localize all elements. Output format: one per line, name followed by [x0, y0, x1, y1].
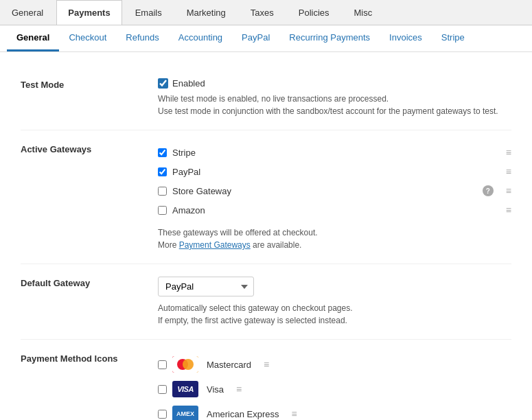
gateway-paypal-handle[interactable]: ≡ [506, 166, 511, 177]
gateways-desc-text1: These gateways will be offered at checko… [158, 228, 318, 237]
visa-handle[interactable]: ≡ [236, 384, 242, 395]
subtab-general[interactable]: General [7, 25, 59, 51]
gateway-stripe-handle[interactable]: ≡ [506, 147, 511, 158]
active-gateways-label: Active Gateways [21, 143, 158, 154]
mastercard-icon [172, 356, 198, 373]
default-gateway-label: Default Gateway [21, 277, 158, 288]
gateway-amazon-name: Amazon [172, 205, 494, 215]
test-mode-checkbox-row: Enabled [158, 78, 511, 89]
visa-icon: VISA [172, 381, 198, 397]
store-gateway-help-icon[interactable]: ? [483, 185, 494, 196]
test-mode-description: While test mode is enabled, no live tran… [158, 93, 511, 117]
gateway-store-checkbox[interactable] [158, 187, 167, 196]
default-gateway-select[interactable]: PayPal Stripe Store Gateway Amazon [158, 277, 254, 296]
active-gateways-content: Stripe ≡ PayPal ≡ Store Gateway ? ≡ Amaz… [158, 143, 511, 251]
tab-policies[interactable]: Policies [287, 0, 341, 25]
sub-tabs: General Checkout Refunds Accounting PayP… [0, 25, 532, 52]
test-mode-checkbox-label: Enabled [172, 78, 205, 89]
payment-icons-label: Payment Method Icons [21, 352, 158, 364]
payment-amex: AMEX American Express ≡ [158, 401, 511, 420]
gateway-store: Store Gateway ? ≡ [158, 181, 511, 200]
gateways-description: These gateways will be offered at checko… [158, 226, 511, 251]
gateways-desc-text2: More [158, 240, 176, 250]
amex-label: American Express [207, 409, 279, 419]
mastercard-label: Mastercard [207, 360, 251, 370]
tab-misc[interactable]: Misc [343, 0, 384, 25]
amex-handle[interactable]: ≡ [291, 408, 297, 419]
gateway-store-name: Store Gateway [172, 186, 477, 196]
gateway-paypal-checkbox[interactable] [158, 167, 167, 176]
default-gateway-content: PayPal Stripe Store Gateway Amazon Autom… [158, 277, 511, 327]
test-mode-label: Test Mode [21, 78, 158, 90]
test-mode-checkbox[interactable] [158, 78, 168, 89]
visa-checkbox[interactable] [158, 385, 167, 394]
gateway-stripe: Stripe ≡ [158, 143, 511, 162]
subtab-refunds[interactable]: Refunds [116, 25, 168, 51]
mastercard-checkbox[interactable] [158, 360, 167, 369]
subtab-checkout[interactable]: Checkout [59, 25, 116, 51]
content-area: Test Mode Enabled While test mode is ena… [0, 52, 532, 420]
test-mode-content: Enabled While test mode is enabled, no l… [158, 78, 511, 117]
payment-mastercard: Mastercard ≡ [158, 352, 511, 377]
gateway-amazon-checkbox[interactable] [158, 206, 167, 215]
payment-gateways-link[interactable]: Payment Gateways [179, 240, 251, 250]
tab-general[interactable]: General [0, 0, 55, 25]
gateway-paypal: PayPal ≡ [158, 162, 511, 181]
payment-icons-row: Payment Method Icons Mastercard ≡ VISA V… [21, 340, 511, 420]
test-mode-row: Test Mode Enabled While test mode is ena… [21, 66, 511, 130]
subtab-stripe[interactable]: Stripe [432, 25, 474, 51]
payment-icons-content: Mastercard ≡ VISA Visa ≡ AMEX American E… [158, 352, 511, 420]
tab-marketing[interactable]: Marketing [175, 0, 238, 25]
subtab-accounting[interactable]: Accounting [169, 25, 232, 51]
default-gateway-row: Default Gateway PayPal Stripe Store Gate… [21, 264, 511, 340]
tab-payments[interactable]: Payments [56, 0, 122, 25]
subtab-invoices[interactable]: Invoices [380, 25, 432, 51]
subtab-paypal[interactable]: PayPal [232, 25, 279, 51]
gateway-amazon: Amazon ≡ [158, 200, 511, 220]
default-gateway-description: Automatically select this gateway on che… [158, 302, 511, 327]
gateway-stripe-name: Stripe [172, 148, 494, 158]
tab-emails[interactable]: Emails [124, 0, 174, 25]
mastercard-handle[interactable]: ≡ [264, 359, 269, 370]
subtab-recurring[interactable]: Recurring Payments [279, 25, 380, 51]
gateway-stripe-checkbox[interactable] [158, 148, 167, 157]
gateway-paypal-name: PayPal [172, 167, 494, 177]
amex-icon: AMEX [172, 406, 198, 420]
gateway-store-handle[interactable]: ≡ [506, 185, 511, 196]
gateways-desc-text3: are available. [253, 240, 301, 250]
amex-checkbox[interactable] [158, 410, 167, 419]
visa-label: Visa [207, 384, 224, 395]
svg-point-2 [183, 359, 194, 370]
tab-taxes[interactable]: Taxes [239, 0, 286, 25]
active-gateways-row: Active Gateways Stripe ≡ PayPal ≡ Store … [21, 130, 511, 264]
gateway-amazon-handle[interactable]: ≡ [506, 205, 511, 215]
payment-visa: VISA Visa ≡ [158, 377, 511, 401]
top-tabs: General Payments Emails Marketing Taxes … [0, 0, 532, 25]
